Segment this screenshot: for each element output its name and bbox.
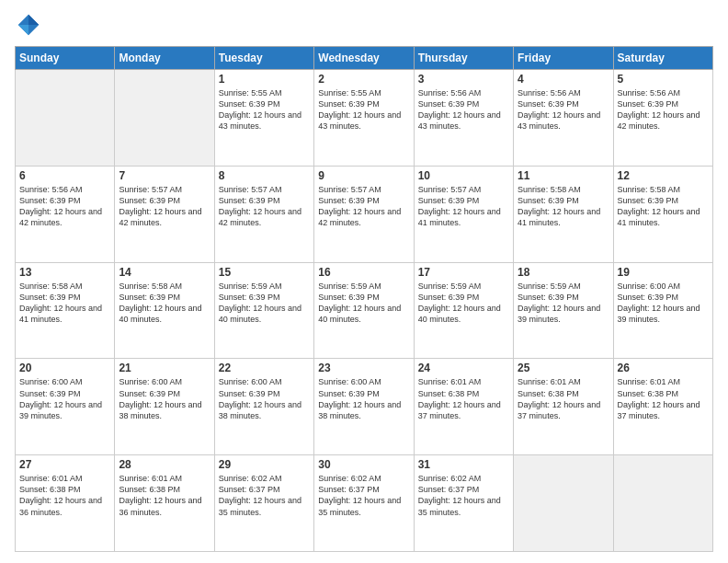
calendar-cell: 12Sunrise: 5:58 AMSunset: 6:39 PMDayligh… [613, 166, 712, 262]
day-number: 3 [418, 73, 509, 86]
weekday-header-monday: Monday [115, 47, 214, 70]
calendar-week-3: 13Sunrise: 5:58 AMSunset: 6:39 PMDayligh… [16, 262, 713, 359]
day-number: 1 [219, 73, 310, 86]
day-info: Sunrise: 6:00 AMSunset: 6:39 PMDaylight:… [318, 376, 409, 421]
day-info: Sunrise: 5:57 AMSunset: 6:39 PMDaylight:… [219, 184, 310, 229]
day-number: 28 [119, 458, 210, 471]
calendar-cell: 27Sunrise: 6:01 AMSunset: 6:38 PMDayligh… [16, 455, 115, 552]
calendar-cell: 28Sunrise: 6:01 AMSunset: 6:38 PMDayligh… [115, 455, 214, 552]
day-info: Sunrise: 5:59 AMSunset: 6:39 PMDaylight:… [518, 281, 609, 326]
page: SundayMondayTuesdayWednesdayThursdayFrid… [0, 0, 728, 563]
day-info: Sunrise: 5:58 AMSunset: 6:39 PMDaylight:… [518, 184, 609, 229]
calendar-cell: 10Sunrise: 5:57 AMSunset: 6:39 PMDayligh… [414, 166, 513, 262]
day-info: Sunrise: 6:02 AMSunset: 6:37 PMDaylight:… [219, 473, 310, 518]
calendar-cell: 5Sunrise: 5:56 AMSunset: 6:39 PMDaylight… [613, 70, 712, 167]
day-number: 2 [318, 73, 409, 86]
day-info: Sunrise: 6:02 AMSunset: 6:37 PMDaylight:… [318, 473, 409, 518]
calendar-cell: 7Sunrise: 5:57 AMSunset: 6:39 PMDaylight… [115, 166, 214, 262]
calendar-cell: 3Sunrise: 5:56 AMSunset: 6:39 PMDaylight… [414, 70, 513, 167]
calendar-cell [16, 70, 115, 167]
day-info: Sunrise: 5:55 AMSunset: 6:39 PMDaylight:… [219, 87, 310, 132]
calendar-cell: 4Sunrise: 5:56 AMSunset: 6:39 PMDaylight… [514, 70, 613, 167]
calendar-cell: 18Sunrise: 5:59 AMSunset: 6:39 PMDayligh… [514, 262, 613, 359]
day-info: Sunrise: 5:59 AMSunset: 6:39 PMDaylight:… [318, 281, 409, 326]
calendar-cell: 26Sunrise: 6:01 AMSunset: 6:38 PMDayligh… [613, 359, 712, 455]
day-number: 14 [119, 266, 210, 279]
calendar-cell: 29Sunrise: 6:02 AMSunset: 6:37 PMDayligh… [214, 455, 313, 552]
calendar-cell: 22Sunrise: 6:00 AMSunset: 6:39 PMDayligh… [214, 359, 313, 455]
weekday-row: SundayMondayTuesdayWednesdayThursdayFrid… [16, 47, 713, 70]
day-info: Sunrise: 6:00 AMSunset: 6:39 PMDaylight:… [219, 376, 310, 421]
day-number: 5 [618, 73, 709, 86]
logo-icon [15, 11, 42, 39]
calendar-week-2: 6Sunrise: 5:56 AMSunset: 6:39 PMDaylight… [16, 166, 713, 262]
calendar-cell: 1Sunrise: 5:55 AMSunset: 6:39 PMDaylight… [214, 70, 313, 167]
day-info: Sunrise: 5:56 AMSunset: 6:39 PMDaylight:… [618, 87, 709, 132]
calendar-cell: 9Sunrise: 5:57 AMSunset: 6:39 PMDaylight… [314, 166, 414, 262]
calendar-cell: 31Sunrise: 6:02 AMSunset: 6:37 PMDayligh… [414, 455, 513, 552]
day-number: 26 [618, 362, 709, 374]
day-number: 6 [19, 169, 110, 182]
calendar-cell: 17Sunrise: 5:59 AMSunset: 6:39 PMDayligh… [414, 262, 513, 359]
calendar-week-1: 1Sunrise: 5:55 AMSunset: 6:39 PMDaylight… [16, 70, 713, 167]
calendar-cell [514, 455, 613, 552]
calendar-cell: 24Sunrise: 6:01 AMSunset: 6:38 PMDayligh… [414, 359, 513, 455]
calendar-header: SundayMondayTuesdayWednesdayThursdayFrid… [16, 47, 713, 70]
calendar-body: 1Sunrise: 5:55 AMSunset: 6:39 PMDaylight… [16, 70, 713, 552]
day-number: 16 [318, 266, 409, 279]
calendar-cell: 11Sunrise: 5:58 AMSunset: 6:39 PMDayligh… [514, 166, 613, 262]
calendar-cell: 6Sunrise: 5:56 AMSunset: 6:39 PMDaylight… [16, 166, 115, 262]
day-number: 10 [418, 169, 509, 182]
calendar-cell [115, 70, 214, 167]
logo [15, 11, 46, 39]
calendar-cell: 19Sunrise: 6:00 AMSunset: 6:39 PMDayligh… [613, 262, 712, 359]
calendar: SundayMondayTuesdayWednesdayThursdayFrid… [15, 46, 713, 552]
day-info: Sunrise: 5:56 AMSunset: 6:39 PMDaylight:… [518, 87, 609, 132]
day-info: Sunrise: 6:01 AMSunset: 6:38 PMDaylight:… [19, 473, 110, 518]
day-number: 11 [518, 169, 609, 182]
weekday-header-friday: Friday [514, 47, 613, 70]
day-number: 7 [119, 169, 210, 182]
weekday-header-sunday: Sunday [16, 47, 115, 70]
day-info: Sunrise: 5:59 AMSunset: 6:39 PMDaylight:… [418, 281, 509, 326]
day-number: 30 [318, 458, 409, 471]
day-info: Sunrise: 6:00 AMSunset: 6:39 PMDaylight:… [618, 281, 709, 326]
calendar-week-5: 27Sunrise: 6:01 AMSunset: 6:38 PMDayligh… [16, 455, 713, 552]
calendar-cell: 14Sunrise: 5:58 AMSunset: 6:39 PMDayligh… [115, 262, 214, 359]
calendar-cell [613, 455, 712, 552]
day-number: 27 [19, 458, 110, 471]
day-number: 24 [418, 362, 509, 374]
calendar-cell: 16Sunrise: 5:59 AMSunset: 6:39 PMDayligh… [314, 262, 414, 359]
day-number: 20 [19, 362, 110, 374]
day-number: 12 [618, 169, 709, 182]
day-info: Sunrise: 6:00 AMSunset: 6:39 PMDaylight:… [119, 376, 210, 421]
svg-marker-1 [28, 15, 39, 25]
day-info: Sunrise: 6:00 AMSunset: 6:39 PMDaylight:… [19, 376, 110, 421]
calendar-cell: 25Sunrise: 6:01 AMSunset: 6:38 PMDayligh… [514, 359, 613, 455]
calendar-cell: 23Sunrise: 6:00 AMSunset: 6:39 PMDayligh… [314, 359, 414, 455]
calendar-cell: 15Sunrise: 5:59 AMSunset: 6:39 PMDayligh… [214, 262, 313, 359]
calendar-cell: 8Sunrise: 5:57 AMSunset: 6:39 PMDaylight… [214, 166, 313, 262]
weekday-header-saturday: Saturday [613, 47, 712, 70]
day-number: 9 [318, 169, 409, 182]
day-info: Sunrise: 6:01 AMSunset: 6:38 PMDaylight:… [418, 376, 509, 421]
calendar-cell: 30Sunrise: 6:02 AMSunset: 6:37 PMDayligh… [314, 455, 414, 552]
calendar-week-4: 20Sunrise: 6:00 AMSunset: 6:39 PMDayligh… [16, 359, 713, 455]
day-number: 15 [219, 266, 310, 279]
day-number: 23 [318, 362, 409, 374]
day-info: Sunrise: 5:58 AMSunset: 6:39 PMDaylight:… [19, 281, 110, 326]
day-number: 25 [518, 362, 609, 374]
day-info: Sunrise: 5:59 AMSunset: 6:39 PMDaylight:… [219, 281, 310, 326]
day-info: Sunrise: 5:56 AMSunset: 6:39 PMDaylight:… [19, 184, 110, 229]
day-info: Sunrise: 5:58 AMSunset: 6:39 PMDaylight:… [618, 184, 709, 229]
day-number: 19 [618, 266, 709, 279]
header [15, 11, 713, 39]
day-number: 8 [219, 169, 310, 182]
day-info: Sunrise: 5:57 AMSunset: 6:39 PMDaylight:… [418, 184, 509, 229]
weekday-header-tuesday: Tuesday [214, 47, 313, 70]
day-info: Sunrise: 6:01 AMSunset: 6:38 PMDaylight:… [618, 376, 709, 421]
day-info: Sunrise: 5:56 AMSunset: 6:39 PMDaylight:… [418, 87, 509, 132]
day-number: 17 [418, 266, 509, 279]
day-info: Sunrise: 6:02 AMSunset: 6:37 PMDaylight:… [418, 473, 509, 518]
calendar-cell: 2Sunrise: 5:55 AMSunset: 6:39 PMDaylight… [314, 70, 414, 167]
